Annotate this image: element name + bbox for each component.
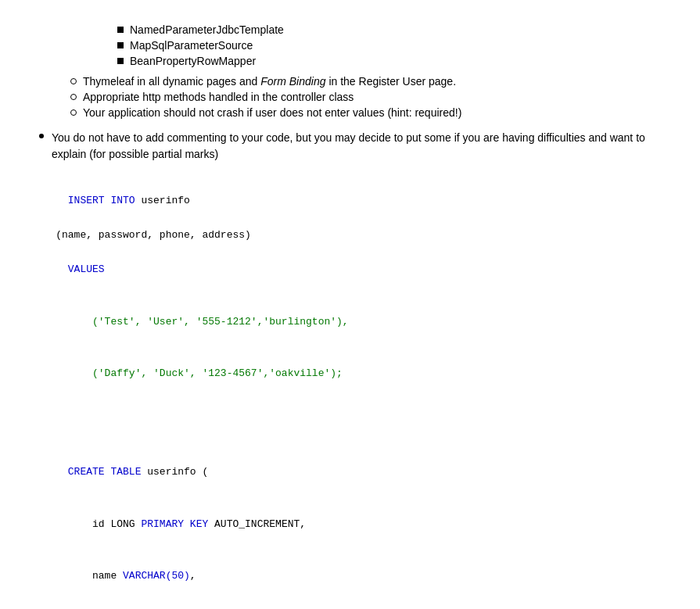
list-item-text: MapSqlParameterSource <box>130 39 253 52</box>
sql-line-1: INSERT INTO userinfo <box>31 175 677 227</box>
list-item: Your application should not crash if use… <box>70 106 677 119</box>
list-item: NamedParameterJdbcTemplate <box>117 23 677 36</box>
sql-line-5: ('Daffy', 'Duck', '123-4567','oakville')… <box>31 348 677 399</box>
sql-keyword-values: VALUES <box>68 263 105 275</box>
bullet-square-icon <box>117 27 124 33</box>
list-item: Appropriate http methods handled in the … <box>70 91 677 103</box>
list-item-text: Thymeleaf in all dynamic pages and Form … <box>83 75 456 88</box>
main-bullet-text: You do not have to add commenting to you… <box>52 130 677 163</box>
list-item-text: Appropriate http methods handled in the … <box>83 91 354 103</box>
create-line-1: CREATE TABLE userinfo ( <box>31 446 677 498</box>
round-bullet-icon <box>39 134 44 138</box>
nested-bullet-list: NamedParameterJdbcTemplate MapSqlParamet… <box>117 23 677 67</box>
sql-text: userinfo <box>135 195 190 206</box>
sql-line-4: ('Test', 'User', '555-1212','burlington'… <box>31 296 677 348</box>
sql-line-3: VALUES <box>31 244 677 296</box>
create-sql-block: CREATE TABLE userinfo ( id LONG PRIMARY … <box>23 446 677 609</box>
sql-keyword-pk: PRIMARY KEY <box>141 518 208 530</box>
sql-table-name: userinfo ( <box>141 466 208 478</box>
sql-keyword-insert: INSERT INTO <box>68 195 135 206</box>
circle-bullet-list: Thymeleaf in all dynamic pages and Form … <box>70 75 677 119</box>
list-item-text: NamedParameterJdbcTemplate <box>130 23 284 36</box>
list-item: BeanPropertyRowMapper <box>117 55 677 67</box>
list-item-text: Your application should not crash if use… <box>83 106 461 119</box>
sql-name-field: name <box>68 570 123 582</box>
list-item-text: BeanPropertyRowMapper <box>130 55 256 67</box>
insert-sql-block: INSERT INTO userinfo (name, password, ph… <box>23 175 677 399</box>
sql-varchar-50-1: VARCHAR(50) <box>123 570 190 582</box>
circle-bullet-icon <box>70 109 77 116</box>
bullet-square-icon <box>117 58 124 64</box>
list-item: Thymeleaf in all dynamic pages and Form … <box>70 75 677 88</box>
main-bullet-item: You do not have to add commenting to you… <box>39 130 677 163</box>
sql-auto-increment: AUTO_INCREMENT, <box>208 518 306 530</box>
sql-keyword-table: TABLE <box>110 466 141 478</box>
sql-values-1: ('Test', 'User', '555-1212','burlington'… <box>68 316 349 328</box>
create-line-4: password VARCHAR(50), <box>31 602 677 609</box>
sql-keyword-create: CREATE <box>68 466 105 478</box>
bullet-square-icon <box>117 42 124 48</box>
sql-id-field: id LONG <box>68 518 142 530</box>
list-item: MapSqlParameterSource <box>117 39 677 52</box>
circle-bullet-icon <box>70 78 77 84</box>
sql-line-2: (name, password, phone, address) <box>31 227 677 244</box>
sql-values-2: ('Daffy', 'Duck', '123-4567','oakville')… <box>68 367 343 379</box>
create-line-2: id LONG PRIMARY KEY AUTO_INCREMENT, <box>31 499 677 550</box>
content-area: NamedParameterJdbcTemplate MapSqlParamet… <box>23 16 677 609</box>
circle-bullet-icon <box>70 94 77 100</box>
create-line-3: name VARCHAR(50), <box>31 550 677 602</box>
